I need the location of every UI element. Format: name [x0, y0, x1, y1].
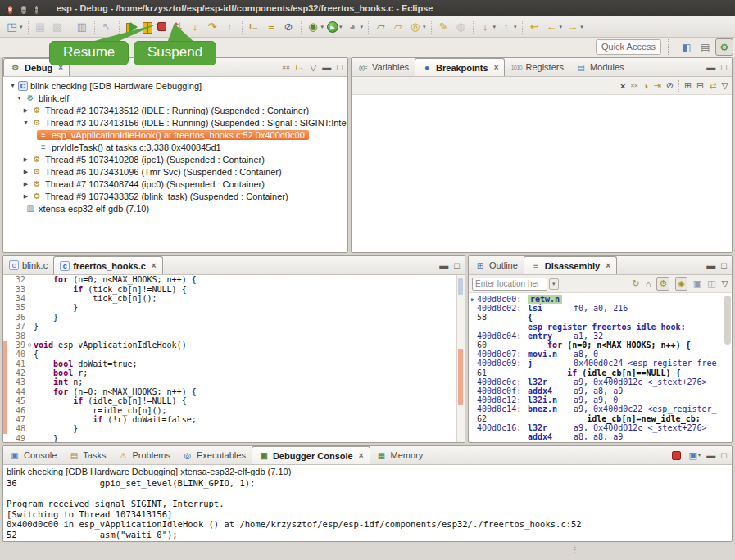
- open-project-button[interactable]: ▱: [372, 18, 389, 36]
- instruction-stepping-toggle[interactable]: i→: [296, 64, 304, 71]
- minimize-button[interactable]: ▬: [706, 62, 715, 72]
- build-button[interactable]: ▥: [74, 18, 91, 36]
- refresh-view-button[interactable]: ↻: [633, 278, 640, 289]
- collapse-all-button[interactable]: ⊟: [696, 80, 704, 91]
- disassembly-line[interactable]: 60 for (n=0; n<MAX_HOOKS; n++) {: [469, 341, 732, 350]
- code-line-38[interactable]: 38: [3, 331, 465, 340]
- expand-all-button[interactable]: ⊞: [684, 80, 692, 91]
- code-line-41[interactable]: 41 bool doWait=true;: [3, 359, 465, 368]
- back-button-dropdown-icon[interactable]: ▾: [560, 24, 563, 30]
- code-line-45[interactable]: 45 if (idle_cb[n]!=NULL) {: [3, 396, 465, 405]
- save-all-button[interactable]: ▩: [49, 18, 66, 36]
- disassembly-line[interactable]: ▶400d0c00:retw.n: [469, 295, 732, 304]
- home-button[interactable]: ⌂: [646, 279, 651, 289]
- last-edit-location-button[interactable]: ↩: [526, 18, 543, 36]
- new-wizard-button-dropdown-icon[interactable]: ▾: [20, 24, 23, 30]
- step-return-button[interactable]: ↑: [221, 18, 238, 36]
- view-menu-button[interactable]: ▽: [722, 80, 728, 91]
- disassembly-line[interactable]: 400d0c16:l32ra9, 0x400d012c <_stext+276>: [469, 423, 732, 432]
- open-web-browser-button[interactable]: ◍: [452, 18, 470, 36]
- open-folder-button[interactable]: ▱: [389, 18, 406, 36]
- disassembly-line[interactable]: 58{: [469, 313, 732, 322]
- tab-executables[interactable]: ◎Executables: [176, 446, 252, 464]
- close-tab-icon[interactable]: ×: [606, 261, 610, 270]
- close-button[interactable]: ×: [7, 5, 13, 15]
- debug-perspective-button[interactable]: ⚙: [715, 38, 733, 56]
- close-tab-icon[interactable]: ×: [359, 451, 364, 460]
- code-line-34[interactable]: 34 tick_cb[n]();: [3, 294, 465, 303]
- open-new-view-button[interactable]: ▣: [693, 278, 701, 289]
- back-button[interactable]: ←▾: [543, 18, 565, 36]
- expander-icon[interactable]: ▶: [21, 107, 30, 114]
- maximize-button[interactable]: ▫: [34, 5, 39, 15]
- disassembly-line[interactable]: addx4a8, a8, a9: [469, 432, 732, 441]
- show-source-lookup-button[interactable]: ≡: [263, 18, 280, 36]
- select-trace-button[interactable]: ↖: [98, 18, 116, 36]
- code-line-33[interactable]: 33 if (tick_cb[n]!=NULL) {: [3, 284, 465, 293]
- code-line-36[interactable]: 36 }: [3, 313, 465, 322]
- step-over-button[interactable]: ↷: [204, 18, 221, 36]
- tree-item-thread-9-1073433352-bl[interactable]: ▶⚙Thread #9 1073433352 (blink_task) (Sus…: [3, 190, 347, 202]
- scroll-thumb[interactable]: [458, 278, 463, 295]
- tab-variables[interactable]: (x)=Variables: [352, 58, 415, 76]
- disassembly-line[interactable]: 400d0c09:j0x400d0c24 <esp_register_free: [469, 359, 732, 368]
- disassembly-line[interactable]: 400d0c02:lsif0, a0, 216: [469, 304, 732, 313]
- code-line-44[interactable]: 44 for (n=0; n<MAX_HOOKS; n++) {: [3, 387, 465, 396]
- tree-item-esp-vapplicationidlehook[interactable]: ≡esp_vApplicationIdleHook() at freertos_…: [3, 129, 347, 141]
- tab-tasks[interactable]: ▤Tasks: [62, 446, 111, 464]
- minimize-button[interactable]: ▬: [706, 260, 715, 270]
- tree-item-thread-2-1073413512-id[interactable]: ▶⚙Thread #2 1073413512 (IDLE : Running) …: [3, 104, 347, 116]
- pin-view-button[interactable]: ◫: [707, 278, 715, 289]
- minimize-button[interactable]: ▬: [706, 450, 715, 460]
- new-wizard-button[interactable]: ◳▾: [3, 18, 25, 36]
- expander-icon[interactable]: ▶: [21, 156, 30, 163]
- code-line-46[interactable]: 46 r=idle_cb[n]();: [3, 405, 465, 414]
- code-line-39[interactable]: 39⊖void esp_vApplicationIdleHook(): [3, 341, 465, 350]
- run-button-dropdown-icon[interactable]: ▾: [339, 24, 343, 30]
- link-with-debug-view-button[interactable]: ⇄: [709, 80, 716, 91]
- minimize-button[interactable]: −: [20, 5, 26, 15]
- step-into-button[interactable]: ↓: [187, 18, 204, 36]
- tab-debugger-console[interactable]: ▣Debugger Console×: [252, 446, 370, 464]
- tab-disassembly[interactable]: ≡Disassembly×: [524, 256, 617, 274]
- terminate-button[interactable]: [154, 18, 170, 36]
- close-tab-icon[interactable]: ×: [152, 261, 157, 270]
- show-source-toggle[interactable]: ⚙: [656, 277, 669, 291]
- profile-button-dropdown-icon[interactable]: ▾: [361, 24, 364, 30]
- disassembly-line[interactable]: 400d0c0c:l32ra9, 0x400d012c <_stext+276>: [469, 377, 732, 386]
- track-expression-toggle[interactable]: ◈: [675, 277, 687, 291]
- fold-marker-icon[interactable]: ⊖: [25, 341, 34, 349]
- debug-button-dropdown-icon[interactable]: ▾: [321, 24, 324, 30]
- code-line-37[interactable]: 37}: [3, 322, 465, 331]
- tab-breakpoints[interactable]: ●Breakpoints×: [415, 58, 505, 76]
- disassembly-line[interactable]: 400d0c0f:addx4a9, a8, a9: [469, 386, 732, 395]
- tab-freertos-hooks-c[interactable]: cfreertos_hooks.c×: [53, 256, 163, 274]
- next-annotation-button-dropdown-icon[interactable]: ▾: [493, 24, 497, 30]
- code-line-48[interactable]: 48 }: [3, 424, 465, 433]
- mark-occurrences-button[interactable]: ✎: [435, 18, 452, 36]
- tab-modules[interactable]: ▤Modules: [569, 58, 630, 76]
- previous-annotation-button-dropdown-icon[interactable]: ▾: [514, 24, 517, 30]
- go-to-file-for-breakpoint-button[interactable]: ⇥: [653, 80, 660, 91]
- disassembly-line[interactable]: 400d0c07:movi.na8, 0: [469, 350, 732, 359]
- show-breakpoints-supported-button[interactable]: ◑: [643, 81, 649, 91]
- tree-item-blink-checking-gdb-hard[interactable]: ▼Cblink checking [GDB Hardware Debugging…: [3, 79, 347, 92]
- tab-blink-c[interactable]: cblink.c: [3, 256, 53, 274]
- location-input[interactable]: [472, 278, 547, 291]
- overview-ruler[interactable]: [456, 275, 465, 442]
- tree-item-xtensa-esp32-elf-gdb-7-[interactable]: ▥xtensa-esp32-elf-gdb (7.10): [3, 202, 347, 215]
- expander-icon[interactable]: ▶: [21, 193, 30, 200]
- skip-all-breakpoints-button[interactable]: ⊘: [280, 18, 297, 36]
- disassembly-line[interactable]: 61 if (idle_cb[n]==NULL) {: [469, 368, 732, 377]
- tree-item-thread-3-1073413156-id[interactable]: ▼⚙Thread #3 1073413156 (IDLE : Running) …: [3, 116, 347, 129]
- next-annotation-button[interactable]: ↓▾: [477, 18, 498, 36]
- tab-console[interactable]: ▣Console: [3, 446, 62, 464]
- view-menu-button[interactable]: ▽: [310, 62, 316, 73]
- forward-button-dropdown-icon[interactable]: ▾: [580, 24, 583, 30]
- expander-icon[interactable]: ▼: [8, 83, 17, 88]
- run-button[interactable]: ▶▾: [325, 18, 344, 36]
- disassembly-line[interactable]: esp_register_freertos_idle_hook:: [469, 323, 732, 332]
- disassembly-scroll-thumb[interactable]: [724, 296, 731, 345]
- search-button[interactable]: ◎▾: [406, 18, 428, 36]
- expander-icon[interactable]: ▼: [15, 95, 24, 101]
